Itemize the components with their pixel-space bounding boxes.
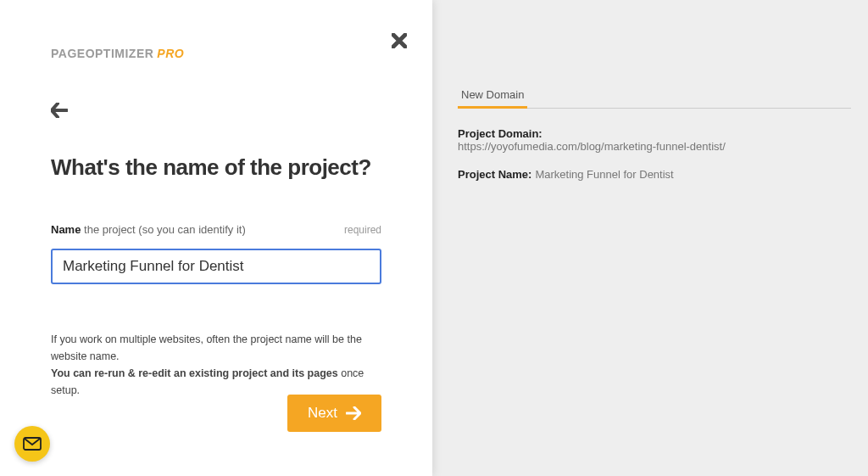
modal-panel: PAGEOPTIMIZER PRO What's the name of the… — [0, 0, 432, 476]
field-label-row: Name the project (so you can identify it… — [51, 221, 381, 237]
summary-panel: New Domain Project Domain: https://yoyof… — [458, 83, 851, 196]
project-domain-block: Project Domain: https://yoyofumedia.com/… — [458, 127, 851, 153]
field-label-strong: Name — [51, 223, 81, 236]
project-name-input[interactable] — [51, 249, 381, 284]
logo-pro-text: PRO — [157, 47, 184, 60]
project-domain-value: https://yoyofumedia.com/blog/marketing-f… — [458, 140, 851, 153]
close-button[interactable] — [392, 30, 407, 53]
tab-new-domain[interactable]: New Domain — [458, 83, 527, 109]
logo: PAGEOPTIMIZER PRO — [51, 47, 381, 60]
close-icon — [392, 33, 407, 48]
field-label: Name the project (so you can identify it… — [51, 221, 246, 237]
page-title: What's the name of the project? — [51, 154, 381, 181]
project-name-value: Marketing Funnel for Dentist — [535, 168, 673, 181]
required-indicator: required — [344, 224, 381, 236]
project-name-block: Project Name: Marketing Funnel for Denti… — [458, 168, 851, 181]
logo-main-text: PAGEOPTIMIZER — [51, 47, 153, 60]
mail-icon — [23, 437, 42, 451]
arrow-left-icon — [51, 103, 68, 118]
project-domain-label: Project Domain: — [458, 127, 851, 140]
help-line-1: If you work on multiple websites, often … — [51, 331, 381, 365]
arrow-right-icon — [346, 406, 361, 420]
next-button[interactable]: Next — [287, 395, 381, 432]
help-line-2-bold: You can re-run & re-edit an existing pro… — [51, 367, 338, 379]
help-line-2: You can re-run & re-edit an existing pro… — [51, 365, 381, 399]
mail-fab-button[interactable] — [14, 426, 50, 462]
help-text: If you work on multiple websites, often … — [51, 331, 381, 399]
project-name-label: Project Name: — [458, 168, 531, 181]
field-label-note: the project (so you can identify it) — [81, 223, 245, 236]
back-button[interactable] — [51, 103, 68, 122]
next-button-label: Next — [308, 405, 337, 422]
tabs-row: New Domain — [458, 83, 851, 109]
